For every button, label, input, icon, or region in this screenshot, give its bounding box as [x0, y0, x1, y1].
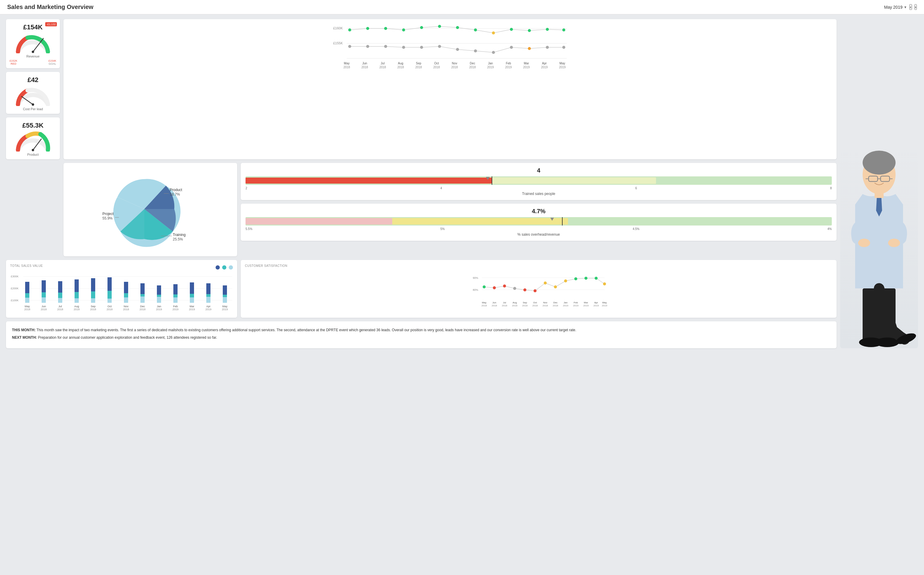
dropdown-icon[interactable]: ▼: [903, 5, 907, 9]
svg-point-152: [534, 289, 537, 292]
trained-axis: 2 4 6 8: [246, 187, 832, 190]
svg-text:Mar: Mar: [584, 301, 588, 304]
svg-point-194: [888, 239, 900, 247]
svg-text:2018: 2018: [74, 308, 80, 311]
svg-text:2018: 2018: [522, 304, 528, 307]
svg-text:Aug: Aug: [398, 62, 403, 65]
svg-text:Jul: Jul: [59, 305, 62, 308]
svg-point-19: [492, 32, 495, 35]
satisfaction-chart-card: CUSTOMER SATISFACTION 90% 80%: [241, 260, 837, 318]
svg-point-35: [546, 46, 549, 49]
svg-point-5: [32, 149, 34, 151]
svg-text:Aug: Aug: [513, 301, 517, 304]
svg-text:May: May: [222, 305, 228, 308]
svg-point-24: [348, 45, 351, 48]
svg-point-147: [483, 285, 486, 288]
svg-text:2018: 2018: [90, 308, 96, 311]
svg-point-1: [32, 51, 34, 53]
svg-text:Oct: Oct: [108, 305, 112, 308]
svg-text:May: May: [559, 62, 565, 65]
svg-text:2019: 2019: [593, 304, 599, 307]
svg-point-158: [594, 277, 598, 280]
svg-text:Oct: Oct: [533, 301, 537, 304]
cost-lead-gauge: £42 Cost Per lead: [6, 72, 60, 114]
svg-text:2019: 2019: [222, 308, 228, 311]
next-button[interactable]: ›: [914, 4, 917, 10]
line-chart-card: £160K £155K: [63, 19, 837, 159]
svg-text:2018: 2018: [361, 65, 368, 69]
svg-text:Nov: Nov: [124, 305, 129, 308]
svg-point-29: [438, 45, 441, 48]
bar-legend: [216, 265, 233, 270]
svg-rect-95: [108, 299, 112, 303]
this-month-text: This month saw the impact of two marketi…: [36, 328, 576, 332]
svg-rect-107: [173, 297, 178, 303]
next-month-text: Preparation for our annual customer appl…: [37, 335, 217, 340]
svg-text:Feb: Feb: [173, 305, 178, 308]
svg-text:2019: 2019: [487, 65, 494, 69]
svg-text:2019: 2019: [573, 304, 578, 307]
svg-text:2018: 2018: [433, 65, 440, 69]
svg-text:2018: 2018: [57, 308, 63, 311]
svg-text:2018: 2018: [344, 65, 350, 69]
svg-point-20: [510, 28, 513, 31]
svg-point-34: [528, 47, 531, 50]
svg-point-21: [528, 29, 531, 32]
svg-point-11: [348, 29, 351, 32]
trained-sales-bullet: 4 2 4 6 8 Trained sales people: [241, 163, 837, 200]
revenue-red: £152K RED: [10, 59, 17, 65]
svg-text:Jan: Jan: [564, 301, 568, 304]
svg-point-159: [603, 283, 606, 285]
svg-text:2018: 2018: [553, 304, 558, 307]
svg-text:Nov: Nov: [452, 62, 457, 65]
revenue-goal: £154K GOAL: [49, 59, 56, 65]
cost-lead-gauge-svg: [10, 85, 56, 106]
svg-text:25.5%: 25.5%: [173, 237, 183, 241]
bar-chart-card: TOTAL SALES VALUE £300K £200K £100K: [6, 260, 237, 318]
revenue-label: Revenue: [10, 54, 56, 58]
svg-point-30: [456, 48, 459, 51]
svg-text:Apr: Apr: [542, 62, 547, 65]
svg-text:2018: 2018: [451, 65, 458, 69]
svg-text:2019: 2019: [541, 65, 548, 69]
svg-text:2018: 2018: [533, 304, 538, 307]
prev-button[interactable]: ‹: [909, 4, 912, 10]
svg-text:Sep: Sep: [523, 301, 527, 304]
svg-text:Feb: Feb: [506, 62, 511, 65]
svg-text:2018: 2018: [491, 304, 497, 307]
svg-text:Jan: Jan: [157, 305, 162, 308]
notes-card: THIS MONTH: This month saw the impact of…: [6, 321, 837, 348]
svg-text:Dec: Dec: [553, 301, 558, 304]
person-image: [840, 19, 918, 348]
svg-rect-104: [157, 297, 161, 303]
svg-rect-110: [190, 297, 194, 303]
app-title: Sales and Marketing Overview: [7, 3, 94, 11]
svg-rect-92: [91, 298, 95, 303]
svg-point-32: [492, 51, 495, 54]
svg-point-28: [420, 46, 423, 49]
svg-text:Jun: Jun: [493, 301, 496, 304]
svg-text:2018: 2018: [415, 65, 422, 69]
svg-point-14: [402, 29, 405, 32]
cost-lead-label: Cost Per lead: [10, 107, 56, 111]
svg-point-16: [438, 25, 441, 28]
svg-text:2018: 2018: [482, 304, 487, 307]
svg-point-193: [858, 239, 870, 247]
trained-label: Trained sales people: [246, 192, 832, 196]
svg-text:2018: 2018: [41, 308, 47, 311]
svg-text:May: May: [344, 62, 350, 65]
app-header: Sales and Marketing Overview May 2019 ▼ …: [0, 0, 924, 14]
svg-text:Jul: Jul: [381, 62, 385, 65]
date-selector: May 2019 ▼: [884, 5, 907, 10]
svg-text:2018: 2018: [542, 304, 548, 307]
svg-text:2019: 2019: [559, 65, 566, 69]
svg-rect-113: [206, 297, 211, 303]
svg-point-151: [523, 288, 526, 291]
svg-point-149: [503, 284, 506, 288]
svg-text:Mar: Mar: [190, 305, 194, 308]
product-gauge: £55.3K Product: [6, 118, 60, 159]
svg-rect-83: [41, 297, 46, 303]
svg-point-27: [402, 46, 405, 49]
pie-chart-card: Product 18.7% Training 25.5% Project 55.…: [63, 163, 237, 256]
legend-dot-3: [229, 265, 233, 270]
